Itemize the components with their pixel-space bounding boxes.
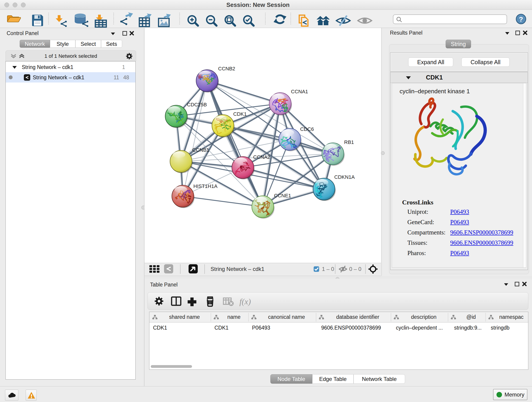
svg-text:String Network – cdk1: String Network – cdk1 (210, 266, 264, 272)
svg-text:CCNA1: CCNA1 (291, 89, 308, 95)
svg-text:?: ? (519, 15, 523, 23)
svg-text:HIST1H1A: HIST1H1A (193, 183, 217, 189)
svg-text:0 – 0: 0 – 0 (349, 266, 361, 272)
svg-text:f(x): f(x) (239, 297, 251, 306)
svg-text:CCNA2: CCNA2 (253, 154, 270, 160)
svg-text:CDK1: CDK1 (233, 111, 247, 117)
svg-text:CCNE1: CCNE1 (274, 193, 291, 198)
svg-text:CDC25B: CDC25B (187, 102, 207, 108)
svg-text:CDC6: CDC6 (300, 126, 314, 132)
svg-text:1 – 0: 1 – 0 (322, 266, 334, 272)
svg-text:CCNB2: CCNB2 (218, 66, 235, 71)
svg-text:CCNB1: CCNB1 (192, 147, 209, 153)
svg-text:CDKN1A: CDKN1A (334, 174, 355, 180)
svg-text:RB1: RB1 (344, 139, 354, 145)
